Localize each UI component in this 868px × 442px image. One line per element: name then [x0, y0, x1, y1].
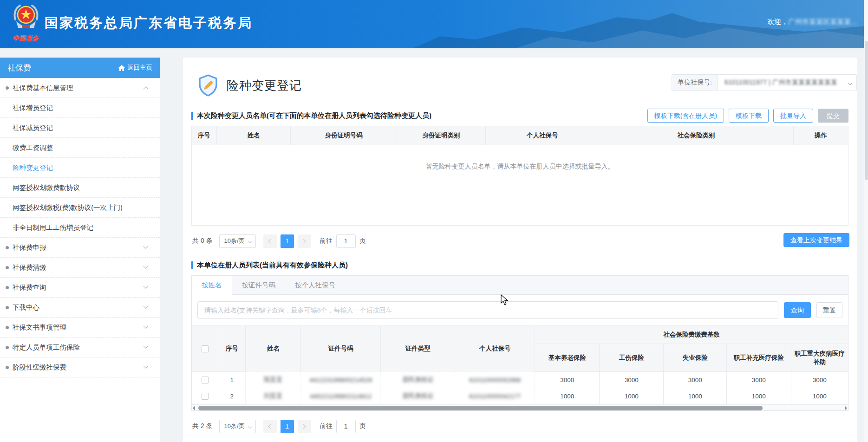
chevron-down-icon: [248, 424, 252, 429]
chevron-down-icon: [143, 264, 148, 269]
goto-page: 前往 页: [320, 234, 366, 248]
sidebar: 社保费 返回主页 社保费基本信息管理 社保增员登记 社保减员登记 缴费工资调整 …: [0, 58, 160, 442]
tab-by-id-number[interactable]: 按证件号码: [232, 276, 286, 294]
sidebar-item-wage-adjust[interactable]: 缴费工资调整: [0, 138, 160, 158]
sidebar-header: 社保费 返回主页: [0, 58, 160, 78]
app-header: 中国税务 国家税务总局广东省电子税务局 欢迎，广州市某某区某某某…: [0, 0, 868, 48]
col-seq: 序号: [192, 126, 217, 145]
sidebar-item-payment-agreement[interactable]: 网签授权划缴费款协议: [0, 178, 160, 198]
cell-supplementary-base: 1000: [727, 388, 791, 404]
total-count: 共 2 条: [192, 422, 213, 430]
sidebar-item-document-mgmt[interactable]: 社保文书事项管理: [0, 318, 160, 338]
section1-pagination: 共 0 条 10条/页 1 前往 页 查看上次变更结果: [192, 233, 848, 249]
change-list-table-header: 序号 姓名 身份证明号码 身份证明类别 个人社保号 社会保险类别 操作: [192, 126, 848, 145]
col-pension: 基本养老保险: [535, 344, 599, 372]
sidebar-item-remove-employee[interactable]: 社保减员登记: [0, 118, 160, 138]
chevron-left-icon: [268, 239, 273, 243]
cell-id-type: 居民身份证: [381, 372, 455, 388]
section1-actions: 模板下载(含在册人员) 模板下载 批量导入 提交: [647, 109, 848, 123]
cell-injury-base: 3000: [599, 372, 663, 388]
chevron-down-icon: [143, 344, 148, 349]
select-all-checkbox[interactable]: [202, 345, 209, 352]
sidebar-item-add-employee[interactable]: 社保增员登记: [0, 98, 160, 118]
chevron-down-icon: [143, 284, 148, 289]
staff-table: 序号 姓名 证件号码 证件类型 个人社保号 社会保险费缴费基数 基本养老保险 工…: [192, 325, 848, 404]
company-ssn-label: 单位社保号:: [672, 74, 718, 91]
prev-page-button[interactable]: [263, 234, 277, 248]
template-download-with-staff-button[interactable]: 模板下载(含在册人员): [647, 109, 724, 123]
cell-major-illness-base: 3000: [791, 372, 848, 388]
goto-page-input[interactable]: [336, 234, 356, 248]
sidebar-item-special-injury-insurance[interactable]: 特定人员单项工伤保险: [0, 338, 160, 358]
search-button[interactable]: 查询: [784, 302, 811, 318]
col-unemployment: 失业保险: [664, 344, 727, 372]
col-insurance-type: 社会保险类别: [599, 126, 793, 145]
chevron-down-icon: [143, 324, 148, 329]
staff-list-card: 按姓名 按证件号码 按个人社保号 查询 重置: [191, 275, 848, 411]
sidebar-item-basic-info-mgmt[interactable]: 社保费基本信息管理: [0, 78, 160, 98]
chevron-right-icon: [301, 424, 306, 429]
prev-page-button[interactable]: [263, 420, 277, 433]
page-number-1[interactable]: 1: [281, 420, 294, 433]
section-accent-bar: [191, 261, 193, 269]
col-group-contribution-base: 社会保险费缴费基数: [535, 326, 848, 344]
page-scrollbar[interactable]: [864, 0, 868, 442]
goto-page-input[interactable]: [336, 420, 356, 433]
bullet-icon: [6, 306, 9, 309]
search-row: 查询 重置: [192, 295, 848, 325]
sidebar-item-insurance-change[interactable]: 险种变更登记: [0, 158, 160, 178]
horizontal-scrollbar-thumb[interactable]: [198, 406, 763, 410]
bullet-icon: [6, 246, 9, 249]
next-page-button[interactable]: [298, 420, 311, 433]
submit-button[interactable]: 提交: [818, 109, 848, 123]
row-checkbox[interactable]: [202, 393, 209, 400]
goto-unit: 页: [359, 237, 366, 245]
welcome-text: 欢迎，广州市某某区某某某…: [767, 18, 858, 26]
scroll-left-arrow-icon[interactable]: [193, 406, 195, 410]
view-last-result-button[interactable]: 查看上次变更结果: [783, 233, 849, 247]
cell-unemployment-base: 3000: [664, 372, 727, 388]
tab-by-name[interactable]: 按姓名: [192, 276, 232, 295]
row-checkbox[interactable]: [202, 377, 209, 384]
col-id-number: 身份证明号码: [291, 126, 397, 145]
sidebar-item-download-center[interactable]: 下载中心: [0, 298, 160, 318]
select-all-cell: [192, 326, 218, 372]
cell-major-illness-base: 1000: [791, 388, 848, 404]
goto-label: 前往: [320, 422, 333, 430]
sidebar-item-fee-declare[interactable]: 社保费申报: [0, 238, 160, 258]
sidebar-title: 社保费: [7, 63, 31, 73]
page-number-1[interactable]: 1: [281, 234, 294, 248]
col-actions: 操作: [794, 126, 848, 145]
page-size-select[interactable]: 10条/页: [219, 420, 256, 433]
next-page-button[interactable]: [298, 234, 311, 248]
reset-button[interactable]: 重置: [816, 302, 842, 318]
sidebar-item-tax-fee-agreement[interactable]: 网签授权划缴税(费)款协议(一次上门): [0, 198, 160, 218]
total-count: 共 0 条: [192, 237, 213, 245]
template-download-button[interactable]: 模板下载: [729, 109, 769, 123]
bullet-icon: [6, 326, 9, 329]
logo-caption: 中国税务: [6, 34, 46, 43]
tab-by-personal-ssn[interactable]: 按个人社保号: [285, 276, 345, 294]
shield-pencil-icon: [198, 74, 218, 97]
cell-name: 陈某某: [246, 372, 301, 388]
scroll-right-arrow-icon[interactable]: [845, 406, 847, 410]
sidebar-item-parttime-injury-reg[interactable]: 非全日制用工工伤增员登记: [0, 218, 160, 238]
batch-import-button[interactable]: 批量导入: [773, 109, 813, 123]
page-scrollbar-thumb[interactable]: [865, 41, 868, 180]
search-input[interactable]: [197, 301, 778, 319]
return-home-link[interactable]: 返回主页: [118, 64, 152, 72]
bullet-icon: [6, 366, 9, 369]
section2-pagination: 共 2 条 10条/页 1 前往 页: [192, 418, 848, 434]
page-size-select[interactable]: 10条/页: [219, 234, 256, 248]
sidebar-item-fee-settle[interactable]: 社保费清缴: [0, 258, 160, 278]
horizontal-scrollbar: [192, 404, 848, 410]
sidebar-item-fee-query[interactable]: 社保费查询: [0, 278, 160, 298]
search-tabs: 按姓名 按证件号码 按个人社保号: [192, 276, 848, 295]
chevron-up-icon: [143, 86, 148, 91]
company-ssn-select[interactable]: 610110011977 | 广州市某某某某某某某: [718, 74, 857, 91]
chevron-down-icon: [848, 80, 853, 85]
cell-unemployment-base: 1000: [664, 388, 727, 404]
sidebar-item-deferred-payment[interactable]: 阶段性缓缴社保费: [0, 358, 160, 377]
col-seq: 序号: [218, 326, 246, 372]
bullet-icon: [6, 266, 9, 269]
